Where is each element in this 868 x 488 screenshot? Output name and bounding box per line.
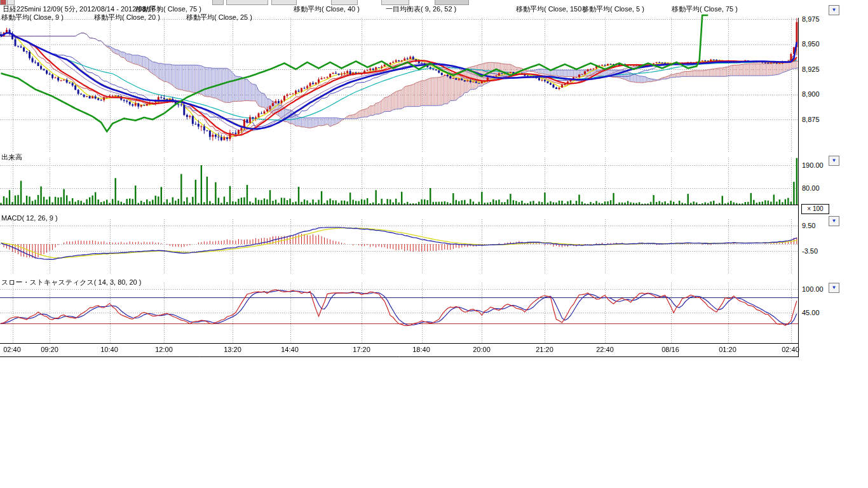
time-tick-label: 22:40 [592, 346, 618, 353]
time-tick-label: 20:00 [469, 346, 494, 353]
time-tick-label: 09:20 [37, 346, 62, 353]
legend-item-ma5: 移動平均( Close, 5 ) [582, 5, 644, 13]
legend-item-ichimoku: 一目均衡表( 9, 26, 52 ) [386, 5, 456, 13]
price-axis-label: 8,875 [802, 116, 820, 123]
stoch-axis-label: 45.00 [802, 309, 820, 316]
stoch-panel-label: スロー・ストキャスティクス( 14, 3, 80, 20 ) [1, 278, 141, 286]
time-tick-label: 12:00 [151, 346, 177, 353]
volume-panel-label: 出来高 [1, 153, 22, 161]
time-tick-label: 01:20 [715, 346, 740, 353]
toolbar-fragment-button[interactable] [212, 0, 224, 5]
price-axis-label: 8,925 [802, 65, 820, 73]
volume-axis-label: 80.00 [802, 184, 820, 192]
legend-item-ma75: 移動平均( Close, 75 ) [135, 5, 201, 13]
legend-item-ma40: 移動平均( Close, 40 ) [294, 5, 360, 13]
chevron-down-icon: ▼ [832, 158, 837, 163]
stoch-axis-label: 100.00 [802, 285, 824, 293]
volume-multiplier-badge: × 100 [801, 204, 829, 214]
price-axis-label: 8,900 [802, 90, 820, 98]
toolbar-fragment-button[interactable] [0, 0, 6, 5]
toolbar-fragment-button[interactable] [435, 0, 469, 5]
time-tick-label: 17:20 [349, 346, 374, 353]
stoch-panel-dropdown-button[interactable]: ▼ [829, 283, 839, 293]
toolbar-fragment-button[interactable] [7, 0, 15, 5]
chevron-down-icon: ▼ [832, 285, 837, 290]
price-axis-label: 8,975 [802, 15, 820, 23]
legend-item-ma20: 移動平均( Close, 20 ) [94, 13, 160, 21]
time-tick-label: 08/16 [658, 346, 683, 353]
chart-canvas[interactable] [0, 0, 799, 358]
toolbar-fragment-button[interactable] [331, 0, 358, 5]
macd-axis-label: 9.50 [802, 222, 815, 229]
legend-item-ma9: 移動平均( Close, 9 ) [1, 13, 64, 21]
volume-panel-dropdown-button[interactable]: ▼ [829, 156, 839, 166]
chevron-down-icon: ▼ [832, 218, 837, 224]
time-tick-label: 18:40 [409, 346, 434, 353]
macd-panel-dropdown-button[interactable]: ▼ [829, 216, 839, 226]
time-tick-label: 21:20 [532, 346, 557, 353]
toolbar-fragment-button[interactable] [271, 0, 297, 5]
price-panel-dropdown-button[interactable]: ▼ [829, 5, 839, 15]
trading-chart-screen: 日経225mini 12/09( 5分, 2012/08/14 - 2012/0… [0, 0, 868, 488]
macd-axis-label: -3.50 [802, 247, 818, 255]
time-tick-label: 02:40 [778, 346, 803, 353]
time-tick-label: 10:40 [97, 346, 122, 353]
legend-item-ma75b: 移動平均( Close, 75 ) [672, 5, 738, 13]
legend-item-ma150: 移動平均( Close, 150 ) [516, 5, 586, 13]
macd-panel-label: MACD( 12, 26, 9 ) [1, 214, 58, 222]
legend-item-ma25: 移動平均( Close, 25 ) [186, 13, 252, 21]
time-tick-label: 14:40 [277, 346, 302, 353]
chevron-down-icon: ▼ [832, 7, 837, 13]
volume-axis-label: 190.00 [802, 161, 824, 169]
toolbar-fragment-button[interactable] [226, 0, 268, 5]
time-tick-label: 13:20 [220, 346, 245, 353]
time-tick-label: 02:40 [0, 346, 25, 353]
toolbar-fragment-button[interactable] [381, 0, 409, 5]
price-axis-label: 8,950 [802, 40, 820, 48]
